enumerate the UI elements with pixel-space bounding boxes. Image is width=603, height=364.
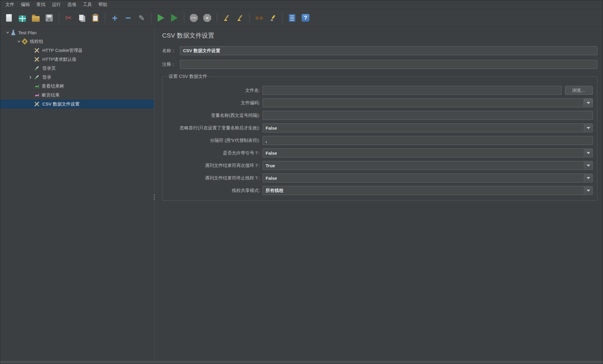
ignore-first-line-select[interactable]: False [263,123,593,132]
menu-file[interactable]: 文件 [2,1,18,9]
tree-item-label: HTTP请求默认值 [42,57,76,62]
menu-tools[interactable]: 工具 [80,1,95,9]
copy-button[interactable] [76,12,88,24]
filename-label: 文件名: [167,88,263,93]
toolbar-separator [282,13,283,23]
tree-item-login-page[interactable]: 登录页 [0,64,154,73]
allow-quoted-data-row: 是否允许带引号？:False [167,148,593,157]
open-folder-icon [32,16,40,22]
file-encoding-input[interactable] [263,98,584,107]
play-no-pauses-icon [171,14,178,22]
save-icon [46,14,53,21]
chevron-spacer [27,91,34,100]
chevron-down-icon[interactable] [584,187,592,194]
add-element-button[interactable]: + [109,12,120,24]
ignore-first-line-label: 忽略首行(只在设置了变量名称后才生效): [167,125,263,131]
recycle-on-eof-select[interactable]: True [263,161,593,170]
search-icon [255,15,263,21]
chevron-right-icon[interactable] [27,73,34,82]
clear-all-button[interactable] [234,12,246,24]
start-button[interactable] [155,12,167,24]
dropdown-triangle [587,152,590,154]
tree-item-http-cookie-manager[interactable]: HTTP Cookie管理器 [0,46,154,55]
scissors-icon: ✂ [64,13,73,22]
paste-button[interactable] [90,12,101,24]
variable-names-input[interactable] [263,111,593,120]
menu-search[interactable]: 查找 [33,1,49,9]
tree-item-http-request-defaults[interactable]: HTTP请求默认值 [0,55,154,64]
dropdown-triangle [587,165,590,167]
new-plan-button[interactable] [3,12,15,24]
variable-names-label: 变量名称(西文逗号间隔): [167,113,263,118]
config-element-icon [34,56,40,62]
toolbar: ✂+−✎STOP×? [0,9,603,27]
stop-thread-on-eof-label: 遇到文件结束符停止线程？: [167,175,263,181]
function-helper-button[interactable] [286,12,298,24]
ignore-first-line-field-area: False [263,123,593,132]
chevron-spacer [27,100,34,109]
comments-label: 注释： [162,62,180,67]
clear-button[interactable] [221,12,232,24]
templates-button[interactable] [17,12,28,24]
remove-element-button[interactable]: − [123,12,134,24]
tree-item-label: Test Plan [18,30,37,35]
tree-item-view-results-tree[interactable]: 查看结果树 [0,82,154,91]
stop-button[interactable]: STOP [188,12,199,24]
open-file-button[interactable] [30,12,41,24]
toolbar-separator [184,13,184,23]
chevron-down-icon[interactable] [584,149,592,157]
menu-help[interactable]: 帮助 [95,1,111,9]
tree-item-label: 查看结果树 [42,83,64,89]
chevron-spacer [27,82,34,91]
help-button[interactable]: ? [300,12,311,24]
thread-group-icon [22,39,27,44]
filename-input[interactable] [263,86,562,95]
splitter-handle[interactable] [153,193,156,202]
search-reset-button[interactable] [267,12,278,24]
toolbar-separator [105,13,105,23]
tree-item-csv-data-set-config[interactable]: CSV 数据文件设置 [0,100,154,109]
dropdown-triangle [587,127,590,129]
toggle-element-button[interactable]: ✎ [136,12,147,24]
dropdown-triangle [587,177,590,179]
chevron-down-icon[interactable] [584,162,592,169]
jmeter-window: 文件编辑查找运行选项工具帮助 ✂+−✎STOP×? Test Plan线程组HT… [0,0,603,364]
cut-button[interactable]: ✂ [63,12,74,24]
delimiter-input[interactable]: , [263,136,593,145]
file-encoding-dropdown-button[interactable] [584,98,593,107]
sharing-mode-field-area: 所有线程 [263,186,593,195]
menu-options[interactable]: 选项 [64,1,80,9]
filename-browse-button[interactable]: 浏览… [565,86,593,95]
sampler-icon [34,65,40,71]
menu-edit[interactable]: 编辑 [18,1,33,9]
name-input[interactable]: CSV 数据文件设置 [180,46,597,55]
delimiter-row: 分隔符 (用'\t'代替制表符):, [167,136,593,145]
paste-icon [92,14,98,22]
allow-quoted-data-select[interactable]: False [263,148,593,157]
config-element-icon [34,101,40,107]
chevron-spacer [27,55,34,64]
chevron-down-icon[interactable] [584,174,592,182]
tree-item-assertion-results[interactable]: 断言结果 [0,91,154,100]
start-no-pauses-button[interactable] [169,12,180,24]
sharing-mode-select[interactable]: 所有线程 [263,186,593,195]
stop-thread-on-eof-row: 遇到文件结束符停止线程？:False [167,174,593,182]
comments-input[interactable] [180,60,597,69]
chevron-down-icon[interactable] [584,124,592,132]
search-button[interactable] [254,12,265,24]
menu-run[interactable]: 运行 [49,1,64,9]
recycle-on-eof-label: 遇到文件结束符再次循环？: [167,163,263,168]
new-file-icon [6,14,12,22]
filename-field-area: 浏览… [263,86,593,95]
shutdown-button[interactable]: × [201,12,213,24]
tree-item-label: 断言结果 [42,92,60,98]
chevron-spacer [27,46,34,55]
chevron-down-icon[interactable] [4,28,11,37]
stop-thread-on-eof-select[interactable]: False [263,174,593,182]
tree-item-login[interactable]: 登录 [0,73,154,82]
chevron-down-icon[interactable] [15,37,22,46]
ignore-first-line-row: 忽略首行(只在设置了变量名称后才生效):False [167,123,593,132]
save-button[interactable] [44,12,55,24]
tree-item-thread-group[interactable]: 线程组 [0,37,154,46]
tree-item-test-plan[interactable]: Test Plan [0,28,154,37]
